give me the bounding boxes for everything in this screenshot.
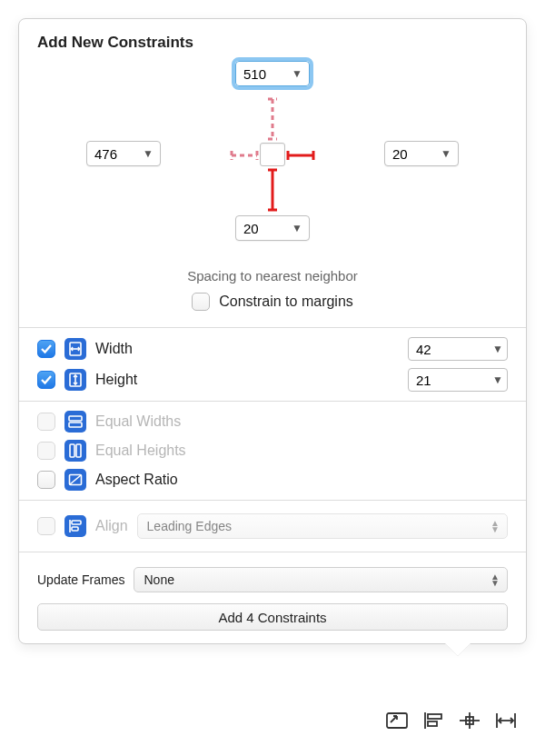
svg-rect-23 xyxy=(72,521,81,524)
strut-bottom[interactable] xyxy=(268,168,277,212)
constrain-margins-checkbox[interactable] xyxy=(192,293,210,311)
height-checkbox[interactable] xyxy=(37,371,55,389)
strut-left[interactable] xyxy=(230,151,259,160)
pin-tool-icon[interactable] xyxy=(458,711,481,731)
update-frames-popup[interactable]: None ▲▼ xyxy=(134,567,508,592)
spacing-top-input[interactable] xyxy=(243,66,289,82)
chevron-down-icon: ▼ xyxy=(289,67,305,80)
pin-diagram: ▼ ▼ ▼ ▼ xyxy=(19,61,526,270)
popover-tail xyxy=(444,642,471,656)
equal-heights-checkbox xyxy=(37,442,55,460)
updown-chevron-icon: ▲▼ xyxy=(490,520,500,532)
svg-rect-18 xyxy=(70,444,74,457)
divider xyxy=(19,500,526,501)
align-checkbox xyxy=(37,517,55,535)
align-tool-icon[interactable] xyxy=(421,711,445,731)
equal-widths-checkbox xyxy=(37,413,55,431)
spacing-caption: Spacing to nearest neighbor xyxy=(19,268,526,284)
chevron-down-icon: ▼ xyxy=(492,373,503,386)
width-value-input[interactable] xyxy=(416,342,471,357)
chevron-down-icon: ▼ xyxy=(492,343,503,355)
svg-rect-27 xyxy=(428,714,441,719)
add-constraints-button-label: Add 4 Constraints xyxy=(218,610,326,625)
svg-rect-19 xyxy=(76,444,81,457)
spacing-bottom-input[interactable] xyxy=(243,221,289,236)
equal-heights-icon xyxy=(64,440,86,462)
popover-title: Add New Constraints xyxy=(19,34,526,61)
chevron-down-icon: ▼ xyxy=(438,147,454,160)
update-frames-tool-icon[interactable] xyxy=(385,711,409,731)
svg-rect-24 xyxy=(72,527,78,531)
equal-widths-label: Equal Widths xyxy=(95,413,181,430)
spacing-left-input[interactable] xyxy=(94,146,140,162)
aspect-ratio-icon xyxy=(64,469,86,491)
resolve-tool-icon[interactable] xyxy=(494,711,518,731)
width-icon xyxy=(64,338,86,360)
height-value-input[interactable] xyxy=(416,373,471,388)
height-icon xyxy=(64,369,86,391)
canvas-bottom-toolbar xyxy=(385,711,518,731)
updown-chevron-icon: ▲▼ xyxy=(490,573,500,586)
spacing-right-field[interactable]: ▼ xyxy=(384,141,459,166)
svg-rect-28 xyxy=(428,721,437,726)
spacing-bottom-field[interactable]: ▼ xyxy=(235,215,310,241)
add-constraints-popover: Add New Constraints ▼ ▼ ▼ xyxy=(18,18,527,644)
update-frames-selected: None xyxy=(144,572,173,587)
divider xyxy=(19,327,526,328)
width-checkbox[interactable] xyxy=(37,340,55,358)
aspect-ratio-label: Aspect Ratio xyxy=(95,472,178,488)
height-label: Height xyxy=(95,372,137,388)
chevron-down-icon: ▼ xyxy=(289,222,305,234)
equal-widths-icon xyxy=(64,411,86,433)
svg-line-21 xyxy=(70,475,81,484)
width-label: Width xyxy=(95,341,133,357)
divider xyxy=(19,552,526,552)
align-label: Align xyxy=(95,518,128,534)
spacing-right-input[interactable] xyxy=(392,146,438,162)
pin-center-box xyxy=(260,143,285,166)
align-selected: Leading Edges xyxy=(147,519,232,533)
align-icon xyxy=(64,515,86,537)
width-value-field[interactable]: ▼ xyxy=(408,337,508,361)
add-constraints-button[interactable]: Add 4 Constraints xyxy=(37,603,508,631)
strut-top[interactable] xyxy=(268,97,277,141)
aspect-ratio-checkbox[interactable] xyxy=(37,471,55,489)
svg-rect-16 xyxy=(69,416,82,421)
divider xyxy=(19,401,526,402)
strut-right[interactable] xyxy=(286,151,315,160)
align-popup: Leading Edges ▲▼ xyxy=(137,513,508,539)
equal-heights-label: Equal Heights xyxy=(95,443,186,459)
spacing-top-field[interactable]: ▼ xyxy=(235,61,310,86)
spacing-left-field[interactable]: ▼ xyxy=(86,141,161,166)
height-value-field[interactable]: ▼ xyxy=(408,368,508,392)
svg-rect-17 xyxy=(69,423,82,427)
update-frames-label: Update Frames xyxy=(37,572,124,587)
constrain-margins-label: Constrain to margins xyxy=(219,293,353,310)
chevron-down-icon: ▼ xyxy=(140,147,156,160)
